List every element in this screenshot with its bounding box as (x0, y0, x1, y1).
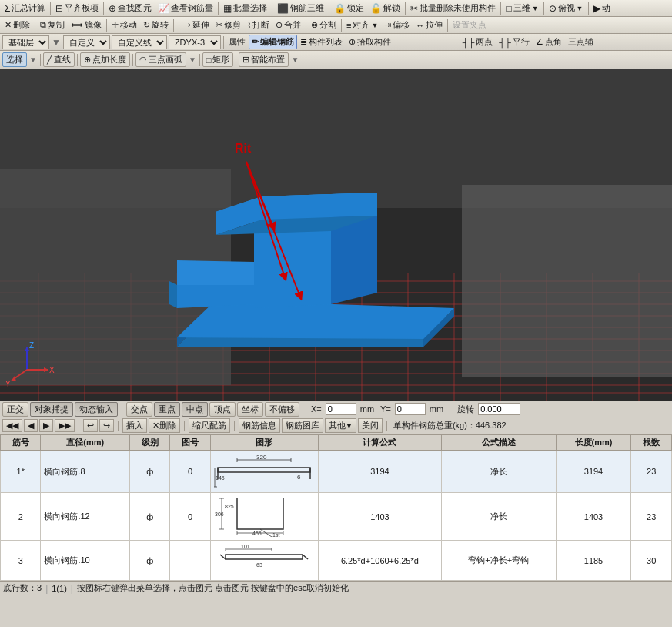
btn-break[interactable]: ⌇打断 (244, 18, 272, 32)
btn-element-list[interactable]: ≣构件列表 (297, 35, 346, 49)
sep-sb-1 (122, 404, 122, 414)
btn-stretch[interactable]: ↔拉伸 (413, 18, 446, 32)
btn-property[interactable]: 属性 (226, 35, 249, 49)
cell-desc-1[interactable]: 净长 (441, 451, 556, 493)
rotate-input[interactable] (478, 403, 520, 415)
cell-id-3[interactable]: 3 (1, 541, 41, 581)
btn-flatten-slab[interactable]: ⊟平齐板项 (52, 1, 102, 15)
cell-length-2[interactable]: 1403 (556, 493, 631, 541)
cell-count-1[interactable]: 23 (631, 451, 672, 493)
cell-formula-3[interactable]: 6.25*d+1060+6.25*d (318, 541, 441, 581)
cell-grade-1[interactable]: ф (130, 451, 170, 493)
btn-merge[interactable]: ⊕合并 (272, 18, 304, 32)
btn-smart-layout[interactable]: ⊞ 智能布置 (239, 52, 289, 67)
btn-dynamic[interactable]: ▶动 (590, 1, 613, 15)
btn-view-rebar[interactable]: 📈查看钢筋量 (155, 1, 216, 15)
btn-nav-next[interactable]: ▶ (39, 419, 53, 432)
btn-scale-layout[interactable]: 缩尺配筋 (189, 418, 230, 433)
btn-redo[interactable]: ↪ (99, 419, 114, 432)
btn-close[interactable]: 关闭 (358, 418, 383, 433)
btn-rebar-info[interactable]: 钢筋信息 (239, 418, 280, 433)
cell-length-3[interactable]: 1185 (556, 541, 631, 581)
btn-copy[interactable]: ⧉复制 (37, 18, 68, 32)
btn-parallel[interactable]: ┤├ 平行 (496, 35, 533, 49)
custom-select[interactable]: 自定义 (63, 35, 110, 49)
y-input[interactable] (395, 403, 426, 415)
btn-trim[interactable]: ✂修剪 (212, 18, 244, 32)
svg-rect-80 (226, 555, 303, 559)
btn-other[interactable]: 其他▼ (325, 418, 356, 433)
btn-top-view[interactable]: ⊙俯视▼ (546, 1, 587, 15)
btn-pick-element[interactable]: ⊕拾取构件 (346, 35, 394, 49)
cell-figno-3[interactable] (170, 541, 210, 581)
cell-formula-2[interactable]: 1403 (318, 493, 441, 541)
cell-figno-2[interactable]: 0 (170, 493, 210, 541)
btn-undo[interactable]: ↩ (83, 419, 98, 432)
btn-extend[interactable]: ⟶延伸 (176, 18, 212, 32)
btn-set-grip[interactable]: 设置夹点 (450, 18, 490, 32)
cell-formula-1[interactable]: 3194 (318, 451, 441, 493)
btn-two-point[interactable]: ┤├ 两点 (460, 35, 496, 49)
btn-3d[interactable]: □三维▼ (503, 1, 541, 15)
btn-point-angle[interactable]: ∠ 点角 (533, 35, 565, 49)
3d-viewport[interactable]: Rit Z X Y (0, 69, 672, 401)
btn-arc-mode[interactable]: ◠ 三点画弧 (135, 52, 186, 67)
cell-id-2[interactable]: 2 (1, 493, 41, 541)
btn-select-mode[interactable]: 选择 (2, 52, 27, 67)
btn-unlock[interactable]: 🔓解锁 (367, 1, 403, 15)
btn-find-element[interactable]: ⊕查找图元 (105, 1, 155, 15)
cell-desc-3[interactable]: 弯钩+净长+弯钩 (441, 541, 556, 581)
cell-length-1[interactable]: 3194 (556, 451, 631, 493)
cell-name-1[interactable]: 横向钢筋.8 (41, 451, 130, 493)
btn-center[interactable]: 中点 (182, 402, 208, 417)
btn-batch-delete[interactable]: ✂批量删除未使用构件 (407, 1, 499, 15)
svg-rect-28 (462, 185, 672, 377)
cell-figno-1[interactable]: 0 (170, 451, 210, 493)
col-header-length: 长度(mm) (556, 435, 631, 451)
btn-coord[interactable]: 坐标 (237, 402, 263, 417)
btn-nav-last[interactable]: ▶▶ (55, 419, 75, 432)
btn-split[interactable]: ⊗分割 (308, 18, 339, 32)
btn-ortho[interactable]: 正交 (2, 402, 28, 417)
cell-name-2[interactable]: 横向钢筋.12 (41, 493, 130, 541)
bottom-bar: 底行数：3 | 1(1) | 按图标右键弹出菜单选择，点击图元 点击图元 按键盘… (0, 581, 672, 595)
layer-select[interactable]: 基础层 (2, 35, 49, 49)
btn-rebar-lib[interactable]: 钢筋图库 (282, 418, 323, 433)
cell-name-3[interactable]: 横向钢筋.10 (41, 541, 130, 581)
btn-mirror[interactable]: ⟺镜像 (68, 18, 105, 32)
btn-line-mode[interactable]: ╱ 直线 (43, 52, 75, 67)
cell-desc-2[interactable]: 净长 (441, 493, 556, 541)
btn-batch-select[interactable]: ▦批量选择 (220, 1, 270, 15)
btn-midpoint[interactable]: 重点 (154, 402, 180, 417)
btn-no-offset[interactable]: 不偏移 (265, 402, 299, 417)
cell-grade-2[interactable]: ф (130, 493, 170, 541)
cell-count-3[interactable]: 30 (631, 541, 672, 581)
btn-point-length-mode[interactable]: ⊕ 点加长度 (80, 52, 130, 67)
btn-dynamic-input[interactable]: 动态输入 (75, 402, 118, 417)
custom-line-select[interactable]: 自定义线 (112, 35, 167, 49)
zdyx-select[interactable]: ZDYX-3 (169, 35, 221, 49)
btn-snap[interactable]: 对象捕捉 (30, 402, 73, 417)
x-input[interactable] (326, 403, 356, 415)
btn-nav-prev[interactable]: ◀ (24, 419, 38, 432)
btn-insert[interactable]: 插入 (122, 418, 147, 433)
btn-summary-calc[interactable]: Σ汇总计算 (2, 1, 48, 15)
btn-edit-rebar[interactable]: ✏编辑钢筋 (249, 35, 297, 49)
cell-id-1[interactable]: 1* (1, 451, 41, 493)
table-row: 1* 横向钢筋.8 ф 0 320 (1, 451, 672, 493)
btn-offset[interactable]: ⇥偏移 (381, 18, 413, 32)
btn-rotate[interactable]: ↻旋转 (140, 18, 172, 32)
cell-grade-3[interactable]: ф (130, 541, 170, 581)
btn-del-row[interactable]: ✕删除 (149, 418, 180, 433)
btn-three-point[interactable]: 三点辅 (565, 35, 597, 49)
btn-intersection[interactable]: 交点 (126, 402, 152, 417)
btn-delete[interactable]: ✕删除 (2, 18, 33, 32)
btn-lock[interactable]: 🔒锁定 (331, 1, 367, 15)
btn-align[interactable]: ≡对齐▼ (343, 18, 381, 32)
btn-nav-first[interactable]: ◀◀ (2, 419, 22, 432)
btn-rect-mode[interactable]: □ 矩形 (202, 52, 234, 67)
cell-count-2[interactable]: 23 (631, 493, 672, 541)
btn-vertex[interactable]: 顶点 (209, 402, 236, 417)
btn-rebar-3d[interactable]: ⬛钢筋三维 (274, 1, 327, 15)
btn-move[interactable]: ✛移动 (109, 18, 140, 32)
